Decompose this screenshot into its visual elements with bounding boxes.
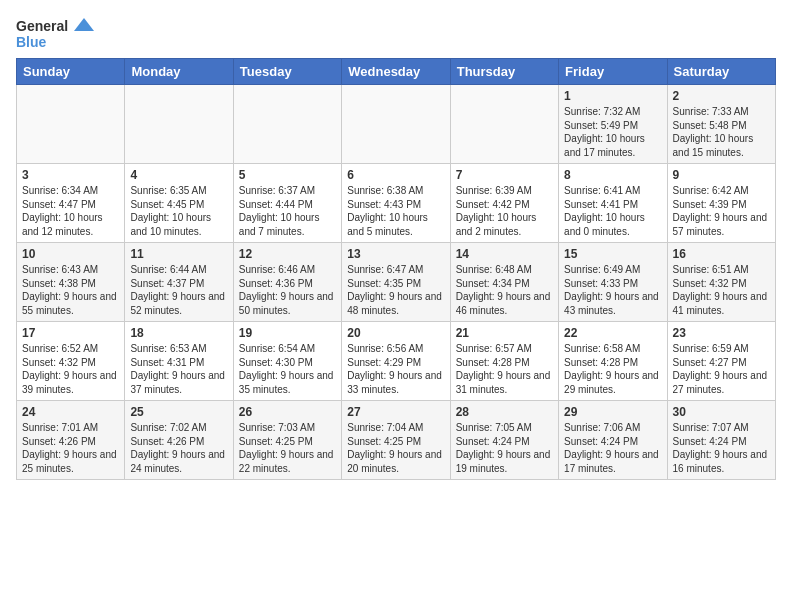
calendar-cell: 25Sunrise: 7:02 AM Sunset: 4:26 PM Dayli… — [125, 401, 233, 480]
calendar-header-row: SundayMondayTuesdayWednesdayThursdayFrid… — [17, 59, 776, 85]
calendar-cell: 27Sunrise: 7:04 AM Sunset: 4:25 PM Dayli… — [342, 401, 450, 480]
calendar-cell: 9Sunrise: 6:42 AM Sunset: 4:39 PM Daylig… — [667, 164, 775, 243]
calendar-cell: 15Sunrise: 6:49 AM Sunset: 4:33 PM Dayli… — [559, 243, 667, 322]
day-number: 8 — [564, 168, 661, 182]
calendar-cell: 17Sunrise: 6:52 AM Sunset: 4:32 PM Dayli… — [17, 322, 125, 401]
day-number: 26 — [239, 405, 336, 419]
day-header-wednesday: Wednesday — [342, 59, 450, 85]
calendar-cell: 1Sunrise: 7:32 AM Sunset: 5:49 PM Daylig… — [559, 85, 667, 164]
day-info: Sunrise: 7:06 AM Sunset: 4:24 PM Dayligh… — [564, 421, 661, 475]
day-info: Sunrise: 7:32 AM Sunset: 5:49 PM Dayligh… — [564, 105, 661, 159]
logo: General Blue — [16, 16, 96, 52]
day-number: 30 — [673, 405, 770, 419]
calendar-week-row: 3Sunrise: 6:34 AM Sunset: 4:47 PM Daylig… — [17, 164, 776, 243]
day-number: 4 — [130, 168, 227, 182]
calendar-cell: 11Sunrise: 6:44 AM Sunset: 4:37 PM Dayli… — [125, 243, 233, 322]
day-info: Sunrise: 7:02 AM Sunset: 4:26 PM Dayligh… — [130, 421, 227, 475]
calendar-cell: 19Sunrise: 6:54 AM Sunset: 4:30 PM Dayli… — [233, 322, 341, 401]
day-info: Sunrise: 6:42 AM Sunset: 4:39 PM Dayligh… — [673, 184, 770, 238]
calendar-table: SundayMondayTuesdayWednesdayThursdayFrid… — [16, 58, 776, 480]
day-info: Sunrise: 6:41 AM Sunset: 4:41 PM Dayligh… — [564, 184, 661, 238]
calendar-cell: 30Sunrise: 7:07 AM Sunset: 4:24 PM Dayli… — [667, 401, 775, 480]
day-info: Sunrise: 6:43 AM Sunset: 4:38 PM Dayligh… — [22, 263, 119, 317]
day-number: 10 — [22, 247, 119, 261]
day-info: Sunrise: 7:07 AM Sunset: 4:24 PM Dayligh… — [673, 421, 770, 475]
day-number: 17 — [22, 326, 119, 340]
day-info: Sunrise: 6:49 AM Sunset: 4:33 PM Dayligh… — [564, 263, 661, 317]
day-info: Sunrise: 6:35 AM Sunset: 4:45 PM Dayligh… — [130, 184, 227, 238]
calendar-cell — [233, 85, 341, 164]
day-info: Sunrise: 7:33 AM Sunset: 5:48 PM Dayligh… — [673, 105, 770, 159]
day-info: Sunrise: 6:46 AM Sunset: 4:36 PM Dayligh… — [239, 263, 336, 317]
day-info: Sunrise: 6:44 AM Sunset: 4:37 PM Dayligh… — [130, 263, 227, 317]
calendar-cell: 8Sunrise: 6:41 AM Sunset: 4:41 PM Daylig… — [559, 164, 667, 243]
calendar-week-row: 24Sunrise: 7:01 AM Sunset: 4:26 PM Dayli… — [17, 401, 776, 480]
day-number: 3 — [22, 168, 119, 182]
calendar-cell: 24Sunrise: 7:01 AM Sunset: 4:26 PM Dayli… — [17, 401, 125, 480]
calendar-cell: 5Sunrise: 6:37 AM Sunset: 4:44 PM Daylig… — [233, 164, 341, 243]
calendar-cell: 26Sunrise: 7:03 AM Sunset: 4:25 PM Dayli… — [233, 401, 341, 480]
calendar-cell: 2Sunrise: 7:33 AM Sunset: 5:48 PM Daylig… — [667, 85, 775, 164]
day-number: 21 — [456, 326, 553, 340]
day-info: Sunrise: 6:38 AM Sunset: 4:43 PM Dayligh… — [347, 184, 444, 238]
calendar-cell: 21Sunrise: 6:57 AM Sunset: 4:28 PM Dayli… — [450, 322, 558, 401]
day-number: 12 — [239, 247, 336, 261]
day-number: 27 — [347, 405, 444, 419]
calendar-cell: 29Sunrise: 7:06 AM Sunset: 4:24 PM Dayli… — [559, 401, 667, 480]
calendar-cell: 20Sunrise: 6:56 AM Sunset: 4:29 PM Dayli… — [342, 322, 450, 401]
day-header-tuesday: Tuesday — [233, 59, 341, 85]
day-number: 11 — [130, 247, 227, 261]
day-info: Sunrise: 7:01 AM Sunset: 4:26 PM Dayligh… — [22, 421, 119, 475]
calendar-cell: 23Sunrise: 6:59 AM Sunset: 4:27 PM Dayli… — [667, 322, 775, 401]
day-info: Sunrise: 6:37 AM Sunset: 4:44 PM Dayligh… — [239, 184, 336, 238]
calendar-cell: 7Sunrise: 6:39 AM Sunset: 4:42 PM Daylig… — [450, 164, 558, 243]
day-number: 5 — [239, 168, 336, 182]
logo-svg: General Blue — [16, 16, 96, 52]
day-info: Sunrise: 6:48 AM Sunset: 4:34 PM Dayligh… — [456, 263, 553, 317]
calendar-cell: 28Sunrise: 7:05 AM Sunset: 4:24 PM Dayli… — [450, 401, 558, 480]
day-info: Sunrise: 7:05 AM Sunset: 4:24 PM Dayligh… — [456, 421, 553, 475]
day-info: Sunrise: 6:51 AM Sunset: 4:32 PM Dayligh… — [673, 263, 770, 317]
day-number: 13 — [347, 247, 444, 261]
day-info: Sunrise: 6:39 AM Sunset: 4:42 PM Dayligh… — [456, 184, 553, 238]
page-header: General Blue — [16, 16, 776, 52]
day-number: 20 — [347, 326, 444, 340]
day-header-monday: Monday — [125, 59, 233, 85]
day-info: Sunrise: 7:03 AM Sunset: 4:25 PM Dayligh… — [239, 421, 336, 475]
day-info: Sunrise: 7:04 AM Sunset: 4:25 PM Dayligh… — [347, 421, 444, 475]
calendar-cell — [342, 85, 450, 164]
calendar-cell — [125, 85, 233, 164]
calendar-cell: 6Sunrise: 6:38 AM Sunset: 4:43 PM Daylig… — [342, 164, 450, 243]
day-info: Sunrise: 6:58 AM Sunset: 4:28 PM Dayligh… — [564, 342, 661, 396]
day-header-friday: Friday — [559, 59, 667, 85]
day-info: Sunrise: 6:34 AM Sunset: 4:47 PM Dayligh… — [22, 184, 119, 238]
day-number: 28 — [456, 405, 553, 419]
svg-text:Blue: Blue — [16, 34, 47, 50]
day-number: 23 — [673, 326, 770, 340]
day-info: Sunrise: 6:47 AM Sunset: 4:35 PM Dayligh… — [347, 263, 444, 317]
day-info: Sunrise: 6:57 AM Sunset: 4:28 PM Dayligh… — [456, 342, 553, 396]
calendar-cell — [17, 85, 125, 164]
calendar-cell: 12Sunrise: 6:46 AM Sunset: 4:36 PM Dayli… — [233, 243, 341, 322]
calendar-week-row: 1Sunrise: 7:32 AM Sunset: 5:49 PM Daylig… — [17, 85, 776, 164]
day-number: 6 — [347, 168, 444, 182]
calendar-week-row: 10Sunrise: 6:43 AM Sunset: 4:38 PM Dayli… — [17, 243, 776, 322]
day-header-sunday: Sunday — [17, 59, 125, 85]
day-number: 24 — [22, 405, 119, 419]
day-number: 25 — [130, 405, 227, 419]
calendar-cell: 16Sunrise: 6:51 AM Sunset: 4:32 PM Dayli… — [667, 243, 775, 322]
day-number: 15 — [564, 247, 661, 261]
calendar-cell: 22Sunrise: 6:58 AM Sunset: 4:28 PM Dayli… — [559, 322, 667, 401]
day-number: 2 — [673, 89, 770, 103]
calendar-cell: 14Sunrise: 6:48 AM Sunset: 4:34 PM Dayli… — [450, 243, 558, 322]
calendar-cell: 13Sunrise: 6:47 AM Sunset: 4:35 PM Dayli… — [342, 243, 450, 322]
day-number: 18 — [130, 326, 227, 340]
day-header-saturday: Saturday — [667, 59, 775, 85]
day-header-thursday: Thursday — [450, 59, 558, 85]
day-number: 7 — [456, 168, 553, 182]
day-number: 19 — [239, 326, 336, 340]
day-number: 16 — [673, 247, 770, 261]
calendar-cell: 3Sunrise: 6:34 AM Sunset: 4:47 PM Daylig… — [17, 164, 125, 243]
calendar-cell: 10Sunrise: 6:43 AM Sunset: 4:38 PM Dayli… — [17, 243, 125, 322]
day-info: Sunrise: 6:59 AM Sunset: 4:27 PM Dayligh… — [673, 342, 770, 396]
